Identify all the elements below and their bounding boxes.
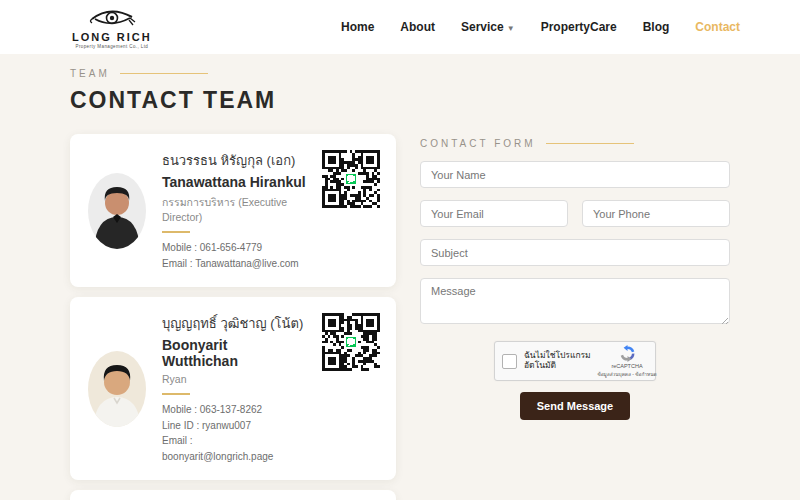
- member-photo: [88, 173, 146, 249]
- team-card: บุญญฤทธิ์ วุฒิชาญ (โน้ต) Boonyarit Wutth…: [70, 297, 396, 480]
- chevron-down-icon: ▼: [507, 24, 515, 33]
- member-role: กรรมการบริหาร (Executive Director): [162, 194, 306, 223]
- message-textarea[interactable]: [420, 278, 730, 324]
- team-card: ธนวรรธน หิรัญกุล (เอก) Tanawattana Hiran…: [70, 134, 396, 287]
- gold-divider-line: [546, 143, 634, 144]
- member-name-en: Tanawattana Hirankul: [162, 174, 306, 190]
- nav-contact[interactable]: Contact: [695, 20, 740, 34]
- send-message-button[interactable]: Send Message: [520, 392, 630, 420]
- gold-divider: [162, 231, 190, 233]
- line-qr-code[interactable]: [322, 313, 380, 371]
- member-photo: [88, 351, 146, 427]
- recaptcha-widget: ฉันไม่ใช่โปรแกรมอัตโนมัติ reCAPTCHA ข้อม…: [494, 341, 656, 381]
- member-mobile: Mobile : 063-137-8262: [162, 402, 306, 418]
- member-name-th: ธนวรรธน หิรัญกุล (เอก): [162, 150, 306, 171]
- member-email: Email : Tanawattana@live.com: [162, 256, 306, 272]
- line-qr-code[interactable]: [322, 150, 380, 208]
- main-content: TEAM CONTACT TEAM ธนวรรธน หิรัญกุล (เอก)…: [0, 54, 800, 500]
- eye-logo-icon: [86, 4, 138, 30]
- phone-input[interactable]: [582, 200, 730, 227]
- header: LONG RICH Property Management Co., Ltd H…: [0, 0, 800, 54]
- member-name-en: Boonyarit Wutthichan: [162, 337, 306, 369]
- recaptcha-terms[interactable]: ข้อมูลส่วนบุคคล - ข้อกำหนด: [597, 370, 656, 378]
- page-title: CONTACT TEAM: [70, 87, 730, 114]
- team-card: ปาริชาติ จิตภักดี (เฟิร์น) Parichart Jit…: [70, 490, 396, 500]
- recaptcha-label: ฉันไม่ใช่โปรแกรมอัตโนมัติ: [524, 351, 599, 371]
- member-info: บุญญฤทธิ์ วุฒิชาญ (โน้ต) Boonyarit Wutth…: [162, 313, 306, 464]
- main-nav: Home About Service▼ PropertyCare Blog Co…: [341, 20, 740, 34]
- recaptcha-brand: reCAPTCHA ข้อมูลส่วนบุคคล - ข้อกำหนด: [606, 345, 648, 378]
- email-input[interactable]: [420, 200, 568, 227]
- member-line-id: Line ID : ryanwu007: [162, 418, 306, 434]
- member-role: Ryan: [162, 373, 306, 385]
- member-name-th: บุญญฤทธิ์ วุฒิชาญ (โน้ต): [162, 313, 306, 334]
- member-info: ธนวรรธน หิรัญกุล (เอก) Tanawattana Hiran…: [162, 150, 306, 271]
- recaptcha-checkbox[interactable]: [502, 354, 517, 369]
- form-eyebrow: CONTACT FORM: [420, 138, 536, 149]
- nav-service[interactable]: Service▼: [461, 20, 515, 34]
- nav-blog[interactable]: Blog: [643, 20, 670, 34]
- nav-home[interactable]: Home: [341, 20, 374, 34]
- logo[interactable]: LONG RICH Property Management Co., Ltd: [72, 4, 152, 50]
- contact-form: CONTACT FORM ฉันไม่ใช่โปรแกรมอัตโนมัติ: [420, 134, 730, 420]
- team-list: ธนวรรธน หิรัญกุล (เอก) Tanawattana Hiran…: [70, 134, 396, 500]
- section-eyebrow: TEAM: [70, 68, 110, 79]
- gold-divider: [162, 393, 190, 395]
- recaptcha-logo-icon: [619, 345, 636, 362]
- subject-input[interactable]: [420, 239, 730, 266]
- logo-title: LONG RICH: [72, 32, 152, 43]
- nav-propertycare[interactable]: PropertyCare: [541, 20, 617, 34]
- logo-tagline: Property Management Co., Ltd: [76, 45, 149, 50]
- member-email: Email : boonyarit@longrich.page: [162, 433, 306, 464]
- nav-about[interactable]: About: [400, 20, 435, 34]
- gold-divider-line: [120, 73, 208, 74]
- recaptcha-name: reCAPTCHA: [611, 363, 642, 369]
- member-mobile: Mobile : 061-656-4779: [162, 240, 306, 256]
- name-input[interactable]: [420, 161, 730, 188]
